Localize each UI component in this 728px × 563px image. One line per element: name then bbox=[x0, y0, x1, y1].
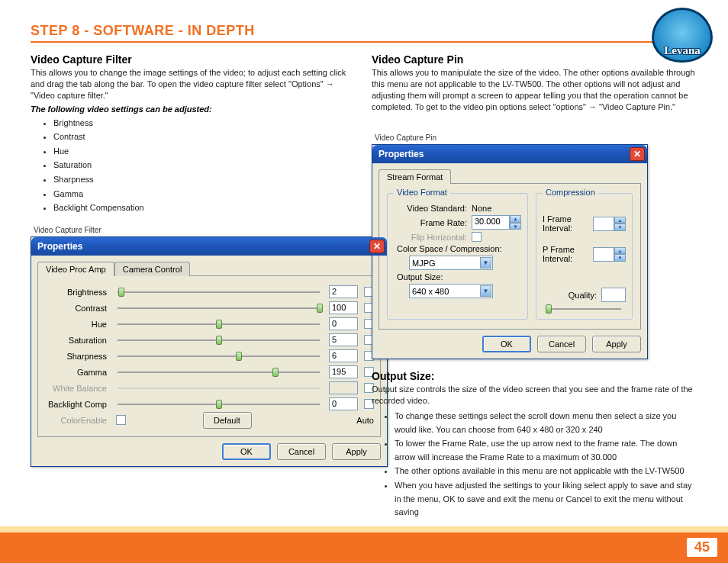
slider-track[interactable] bbox=[118, 291, 320, 293]
slider-thumb[interactable] bbox=[216, 320, 222, 329]
dialog-title: Properties bbox=[378, 149, 424, 159]
dialog-title: Properties bbox=[37, 241, 82, 252]
colorenable-label: ColorEnable bbox=[44, 416, 113, 425]
quality-slider[interactable] bbox=[547, 308, 621, 310]
group-title: Video Format bbox=[394, 188, 450, 197]
tab-video-proc-amp[interactable]: Video Proc Amp bbox=[37, 262, 114, 276]
vcf-caption: Video Capture Filter bbox=[34, 226, 356, 234]
flip-horizontal-label: Flip Horizontal: bbox=[394, 233, 472, 242]
group-title: Compression bbox=[543, 188, 598, 197]
slider-track[interactable] bbox=[118, 404, 320, 405]
frame-rate-spinner[interactable]: 30.000 ▲▼ bbox=[472, 215, 521, 230]
list-item: Hue bbox=[53, 145, 356, 159]
chevron-down-icon[interactable]: ▼ bbox=[614, 224, 626, 231]
ok-button[interactable]: OK bbox=[222, 443, 271, 460]
color-space-value: MJPG bbox=[412, 259, 436, 268]
slider-track[interactable] bbox=[118, 339, 320, 341]
color-space-select[interactable]: MJPG▼ bbox=[409, 256, 493, 270]
quality-label: Quality: bbox=[543, 291, 601, 300]
tab-panel: Video Format Video Standard: None Frame … bbox=[378, 183, 641, 330]
slider-row: Contrast100 bbox=[44, 301, 374, 316]
slider-label: Backlight Comp bbox=[44, 400, 113, 409]
cancel-button[interactable]: Cancel bbox=[277, 443, 326, 460]
tab-stream-format[interactable]: Stream Format bbox=[378, 169, 451, 184]
list-item: Saturation bbox=[53, 159, 356, 172]
slider-row: White Balance bbox=[44, 381, 374, 396]
pframe-input[interactable] bbox=[593, 247, 614, 262]
apply-button[interactable]: Apply bbox=[592, 336, 641, 352]
right-column: Video Capture Pin This allows you to man… bbox=[372, 50, 697, 520]
output-size-value: 640 x 480 bbox=[412, 287, 449, 296]
slider-label: Hue bbox=[44, 320, 113, 329]
quality-input[interactable] bbox=[601, 288, 626, 302]
output-size-select[interactable]: 640 x 480▼ bbox=[409, 284, 493, 298]
slider-thumb[interactable] bbox=[546, 304, 552, 314]
slider-label: Sharpness bbox=[44, 352, 113, 361]
list-item: The other options available in this menu… bbox=[395, 465, 697, 478]
slider-row: Saturation5 bbox=[44, 333, 374, 348]
slider-track[interactable] bbox=[118, 372, 320, 373]
logo-text: Levana bbox=[664, 44, 701, 57]
footer-bar: 45 bbox=[0, 532, 728, 563]
slider-value-input[interactable]: 0 bbox=[329, 397, 358, 410]
slider-row: Sharpness6 bbox=[44, 349, 374, 364]
output-size-label: Output Size: bbox=[394, 272, 443, 282]
video-standard-label: Video Standard: bbox=[394, 204, 472, 213]
slider-track[interactable] bbox=[118, 323, 320, 325]
pframe-spinner[interactable]: ▲▼ bbox=[593, 247, 626, 262]
slider-thumb[interactable] bbox=[236, 352, 242, 361]
default-button[interactable]: Default bbox=[203, 412, 252, 429]
slider-row: Gamma195 bbox=[44, 365, 374, 380]
iframe-label: I Frame Interval: bbox=[543, 214, 593, 233]
slider-track[interactable] bbox=[118, 307, 320, 309]
colorenable-checkbox[interactable] bbox=[116, 415, 126, 425]
tab-panel: Brightness2Contrast100Hue0Saturation5Sha… bbox=[37, 275, 381, 437]
slider-thumb[interactable] bbox=[216, 336, 222, 345]
slider-value-input[interactable]: 0 bbox=[329, 317, 358, 330]
brand-logo: Levana bbox=[652, 8, 713, 63]
slider-value-input[interactable]: 195 bbox=[329, 365, 358, 378]
properties-dialog-pin: Properties ✕ Stream Format Video Format … bbox=[372, 144, 648, 359]
vcp-title: Video Capture Pin bbox=[372, 53, 697, 66]
vcf-title: Video Capture Filter bbox=[31, 53, 356, 66]
slider-value-input[interactable]: 100 bbox=[329, 301, 358, 314]
dialog-titlebar[interactable]: Properties ✕ bbox=[372, 145, 647, 163]
slider-thumb[interactable] bbox=[272, 368, 279, 377]
slider-label: Gamma bbox=[44, 368, 113, 377]
tab-camera-control[interactable]: Camera Control bbox=[114, 262, 191, 276]
frame-rate-input[interactable]: 30.000 bbox=[472, 215, 510, 230]
video-standard-value: None bbox=[472, 204, 491, 213]
slider-value-input[interactable]: 5 bbox=[329, 333, 358, 346]
iframe-spinner[interactable]: ▲▼ bbox=[593, 217, 626, 231]
output-size-desc: Output size controls the size of the vid… bbox=[372, 384, 697, 407]
footer-stripe bbox=[0, 526, 728, 532]
list-item: Brightness bbox=[53, 117, 356, 130]
chevron-down-icon[interactable]: ▼ bbox=[510, 223, 521, 230]
slider-label: Brightness bbox=[44, 288, 113, 297]
compression-group: Compression I Frame Interval: ▲▼ bbox=[536, 193, 633, 320]
flip-horizontal-checkbox[interactable] bbox=[472, 232, 482, 242]
output-size-bullets: To change these settings select the scro… bbox=[395, 410, 697, 520]
slider-thumb[interactable] bbox=[118, 288, 124, 297]
vcf-bullets: Brightness Contrast Hue Saturation Sharp… bbox=[53, 117, 356, 215]
slider-value-input[interactable]: 2 bbox=[329, 285, 358, 298]
chevron-up-icon[interactable]: ▲ bbox=[510, 215, 521, 223]
chevron-up-icon[interactable]: ▲ bbox=[614, 217, 626, 224]
page-number: 45 bbox=[687, 538, 717, 557]
chevron-up-icon[interactable]: ▲ bbox=[614, 247, 626, 255]
slider-label: White Balance bbox=[44, 384, 113, 393]
slider-row: Brightness2 bbox=[44, 285, 374, 300]
list-item: Contrast bbox=[53, 130, 356, 144]
dialog-titlebar[interactable]: Properties ✕ bbox=[31, 237, 387, 256]
ok-button[interactable]: OK bbox=[482, 336, 531, 352]
slider-thumb[interactable] bbox=[216, 400, 222, 409]
chevron-down-icon[interactable]: ▼ bbox=[614, 254, 626, 262]
slider-track[interactable] bbox=[118, 355, 320, 357]
slider-row: Backlight Comp0 bbox=[44, 397, 374, 412]
close-icon[interactable]: ✕ bbox=[630, 147, 645, 161]
slider-thumb[interactable] bbox=[317, 304, 323, 313]
iframe-input[interactable] bbox=[593, 217, 614, 231]
cancel-button[interactable]: Cancel bbox=[537, 336, 586, 352]
slider-value-input[interactable]: 6 bbox=[329, 349, 358, 362]
close-icon[interactable]: ✕ bbox=[369, 240, 385, 253]
